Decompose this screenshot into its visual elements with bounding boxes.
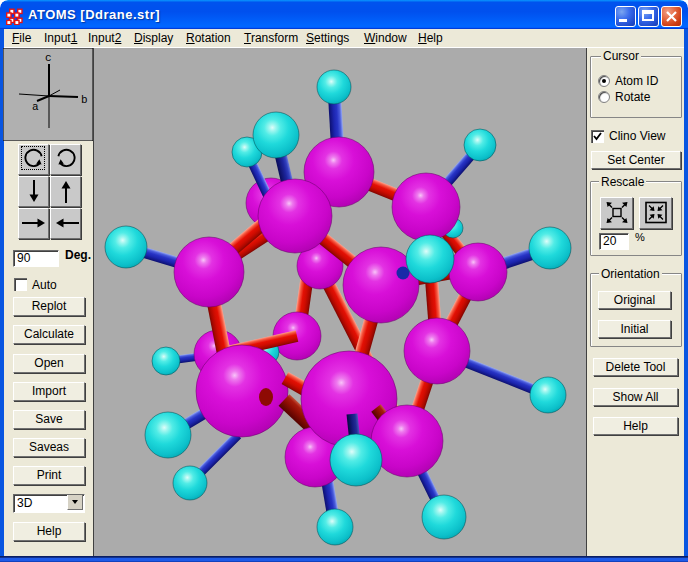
svg-text:c: c (45, 52, 52, 64)
svg-text:a: a (32, 101, 39, 113)
svg-text:b: b (81, 94, 88, 106)
